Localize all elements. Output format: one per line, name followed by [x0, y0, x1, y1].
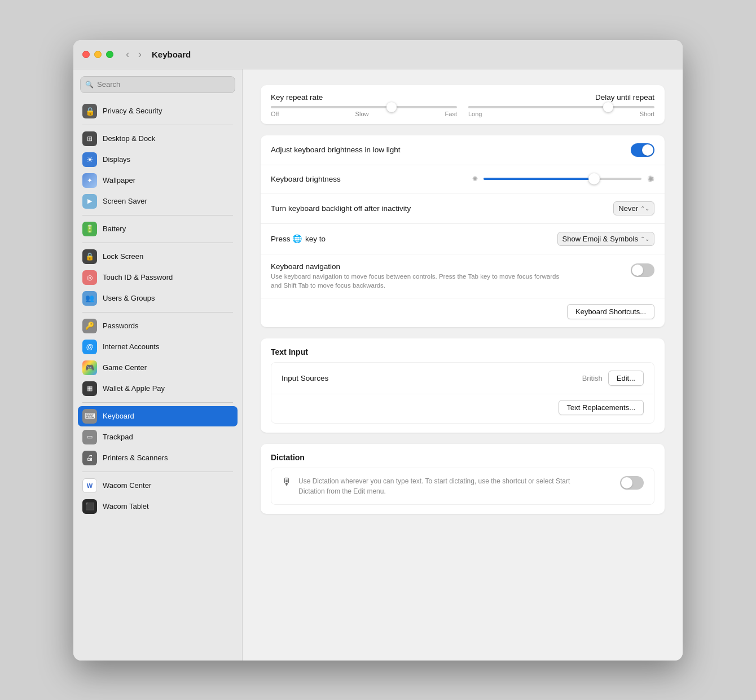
- globe-icon: 🌐: [292, 234, 302, 243]
- globe-key-label: Press 🌐 key to: [271, 234, 326, 243]
- sidebar-label-privacy: Privacy & Security: [103, 107, 162, 115]
- sidebar-item-users[interactable]: 👥 Users & Groups: [78, 288, 238, 309]
- replacements-btn-row: Text Replacements...: [271, 394, 654, 423]
- dictation-text-block: Use Dictation wherever you can type text…: [298, 476, 613, 496]
- sidebar-label-wacom-tablet: Wacom Tablet: [103, 502, 149, 510]
- globe-key-row: Press 🌐 key to Show Emoji & Symbols ⌃⌄: [261, 224, 665, 254]
- keyboard-brightness-slider[interactable]: [484, 178, 641, 180]
- sidebar-item-lockscreen[interactable]: 🔒 Lock Screen: [78, 246, 238, 267]
- users-icon: 👥: [82, 291, 97, 306]
- globe-dropdown-arrow: ⌃⌄: [640, 236, 649, 242]
- input-sources-right: British Edit...: [582, 371, 644, 386]
- sidebar-item-touchid[interactable]: ◎ Touch ID & Password: [78, 267, 238, 288]
- keyboard-icon: ⌨: [82, 409, 97, 424]
- mic-icon: 🎙: [282, 476, 292, 488]
- sidebar-label-desktop: Desktop & Dock: [103, 134, 155, 143]
- sidebar-label-touchid: Touch ID & Password: [103, 273, 173, 281]
- dictation-toggle[interactable]: [620, 476, 644, 490]
- keyboard-nav-block: Keyboard navigation Use keyboard navigat…: [271, 262, 631, 290]
- delay-repeat-label: Delay until repeat: [582, 93, 654, 102]
- backlight-dropdown[interactable]: Never ⌃⌄: [613, 201, 654, 215]
- dictation-section: Dictation 🎙 Use Dictation wherever you c…: [261, 444, 665, 514]
- traffic-lights: [82, 51, 113, 58]
- passwords-icon: 🔑: [82, 319, 97, 333]
- battery-icon: 🔋: [82, 222, 97, 236]
- dictation-toggle-thumb: [621, 477, 632, 488]
- keyboard-shortcuts-button[interactable]: Keyboard Shortcuts...: [567, 304, 654, 319]
- sidebar-item-wallpaper[interactable]: ✦ Wallpaper: [78, 170, 238, 191]
- sidebar-item-internet[interactable]: @ Internet Accounts: [78, 337, 238, 357]
- sidebar-item-displays[interactable]: ☀ Displays: [78, 149, 238, 170]
- sidebar-item-passwords[interactable]: 🔑 Passwords: [78, 316, 238, 336]
- key-repeat-label: Key repeat rate: [271, 93, 323, 102]
- back-button[interactable]: ‹: [122, 47, 133, 61]
- sidebar-label-printers: Printers & Scanners: [103, 454, 168, 462]
- wacom-tablet-icon: ⬛: [82, 499, 97, 514]
- nav-buttons: ‹ ›: [122, 47, 145, 61]
- sidebar-item-gamecenter[interactable]: 🎮 Game Center: [78, 358, 238, 378]
- dictation-title: Dictation: [271, 453, 654, 462]
- lockscreen-icon: 🔒: [82, 249, 97, 264]
- divider-3: [82, 243, 233, 243]
- sidebar-item-desktop[interactable]: ⊞ Desktop & Dock: [78, 129, 238, 149]
- text-replacements-button[interactable]: Text Replacements...: [559, 400, 644, 415]
- sidebar-label-internet: Internet Accounts: [103, 342, 159, 351]
- sliders-area: Key repeat rate Delay until repeat Off S…: [261, 85, 665, 124]
- main-content: Key repeat rate Delay until repeat Off S…: [243, 69, 683, 661]
- brightness-toggle-row: Adjust keyboard brightness in low light: [261, 135, 665, 165]
- delay-repeat-track: [468, 106, 654, 108]
- close-button[interactable]: [82, 51, 90, 58]
- sidebar-label-trackpad: Trackpad: [103, 433, 133, 441]
- brightness-toggle[interactable]: [631, 143, 654, 157]
- brightness-slider-control: ✺ ✺: [472, 174, 654, 184]
- sidebar-item-printers[interactable]: 🖨 Printers & Scanners: [78, 448, 238, 468]
- keyboard-nav-desc: Use keyboard navigation to move focus be…: [271, 272, 564, 290]
- key-repeat-slider-container[interactable]: Off Slow Fast: [271, 106, 457, 117]
- sidebar-item-wacom-tablet[interactable]: ⬛ Wacom Tablet: [78, 496, 238, 517]
- divider-5: [82, 402, 233, 403]
- sidebar-label-keyboard: Keyboard: [103, 412, 134, 420]
- label-slow: Slow: [355, 111, 369, 117]
- sidebar-item-wacom-center[interactable]: W Wacom Center: [78, 476, 238, 496]
- sidebar-item-screensaver[interactable]: ▶ Screen Saver: [78, 191, 238, 212]
- delay-repeat-slider-container[interactable]: Long Short: [468, 106, 654, 117]
- sidebar-label-wallet: Wallet & Apple Pay: [103, 384, 165, 393]
- search-icon: 🔍: [85, 81, 94, 89]
- brightness-thumb[interactable]: [588, 173, 600, 184]
- gamecenter-icon: 🎮: [82, 360, 97, 375]
- minimize-button[interactable]: [94, 51, 102, 58]
- sidebar-item-wallet[interactable]: ▦ Wallet & Apple Pay: [78, 378, 238, 399]
- repeat-section: Key repeat rate Delay until repeat Off S…: [261, 85, 665, 124]
- printers-icon: 🖨: [82, 451, 97, 465]
- keyboard-nav-row: Keyboard navigation Use keyboard navigat…: [261, 254, 665, 298]
- delay-repeat-thumb[interactable]: [603, 102, 613, 112]
- screensaver-icon: ▶: [82, 194, 97, 209]
- maximize-button[interactable]: [106, 51, 113, 58]
- sidebar-item-trackpad[interactable]: ▭ Trackpad: [78, 427, 238, 447]
- slider-headers: Key repeat rate Delay until repeat: [271, 93, 654, 102]
- search-box[interactable]: 🔍: [80, 76, 235, 93]
- search-input[interactable]: [97, 80, 230, 89]
- sidebar-item-privacy[interactable]: 🔒 Privacy & Security: [78, 101, 238, 121]
- input-sources-label: Input Sources: [282, 374, 328, 382]
- sidebar-item-keyboard[interactable]: ⌨ Keyboard: [78, 406, 238, 426]
- desktop-icon: ⊞: [82, 131, 97, 146]
- brightness-slider-row: Keyboard brightness ✺ ✺: [261, 165, 665, 193]
- sidebar-label-wacom-center: Wacom Center: [103, 481, 151, 490]
- window-title: Keyboard: [152, 50, 191, 59]
- brightness-slider-label: Keyboard brightness: [271, 175, 341, 183]
- keyboard-nav-label: Keyboard navigation: [271, 262, 631, 271]
- edit-button[interactable]: Edit...: [608, 371, 644, 386]
- key-repeat-labels: Off Slow Fast: [271, 111, 457, 117]
- sidebar-label-gamecenter: Game Center: [103, 363, 147, 372]
- key-repeat-thumb[interactable]: [386, 102, 397, 112]
- backlight-label: Turn keyboard backlight off after inacti…: [271, 204, 411, 213]
- sidebar-label-screensaver: Screen Saver: [103, 197, 147, 205]
- globe-key-dropdown[interactable]: Show Emoji & Symbols ⌃⌄: [557, 232, 654, 246]
- forward-button[interactable]: ›: [135, 47, 145, 61]
- label-long: Long: [468, 111, 482, 117]
- sidebar-label-wallpaper: Wallpaper: [103, 176, 135, 184]
- sidebar-item-battery[interactable]: 🔋 Battery: [78, 219, 238, 239]
- keyboard-nav-toggle[interactable]: [631, 263, 654, 277]
- input-source-lang: British: [582, 374, 603, 382]
